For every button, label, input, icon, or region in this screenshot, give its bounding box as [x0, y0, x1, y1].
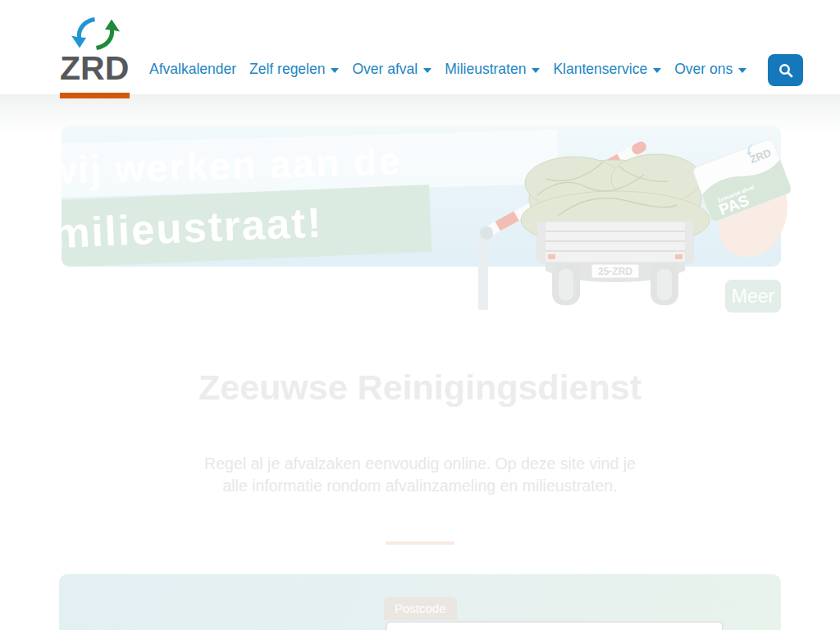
- search-icon: [778, 62, 794, 79]
- logo-wordmark: ZRD: [60, 49, 129, 88]
- chevron-down-icon: [653, 68, 661, 73]
- intro-text: Regel al je afvalzaken eenvoudig online.…: [195, 453, 645, 497]
- logo-accent-bar: [60, 93, 130, 98]
- nav-label: Milieustraten: [445, 61, 526, 78]
- chevron-down-icon: [423, 68, 431, 73]
- section-divider: [386, 541, 454, 545]
- postcode-input[interactable]: [386, 621, 724, 630]
- page-title: Zeeuwse Reinigingsdienst: [0, 368, 840, 408]
- site-header: ZRD Afvalkalender Zelf regelen Over afva…: [0, 0, 840, 94]
- nav-label: Over ons: [674, 61, 733, 78]
- hero-more-button[interactable]: Meer: [725, 280, 781, 313]
- truck-license-plate: 25-ZRD: [598, 266, 632, 277]
- chevron-down-icon: [532, 68, 540, 73]
- nav-item-milieustraten[interactable]: Milieustraten: [445, 61, 540, 78]
- hero-ribbon-2: milieustraat!: [62, 185, 432, 267]
- hero-banner: wij werken aan de milieustraat!: [62, 126, 781, 267]
- chevron-down-icon: [738, 68, 746, 73]
- nav-label: Afvalkalender: [149, 61, 236, 78]
- postcode-panel: Postcode: [59, 574, 781, 630]
- nav-item-zelf-regelen[interactable]: Zelf regelen: [249, 61, 339, 78]
- hero-headline-line1: wij werken aan de: [62, 137, 402, 194]
- main-nav: Afvalkalender Zelf regelen Over afval Mi…: [149, 61, 746, 78]
- nav-item-afvalkalender[interactable]: Afvalkalender: [149, 61, 236, 78]
- nav-item-over-ons[interactable]: Over ons: [674, 61, 746, 78]
- hero-headline-line2: milieustraat!: [62, 195, 324, 261]
- zrd-homepage: ZRD Afvalkalender Zelf regelen Over afva…: [0, 0, 840, 630]
- postcode-label: Postcode: [384, 597, 457, 620]
- nav-item-over-afval[interactable]: Over afval: [352, 61, 431, 78]
- nav-label: Over afval: [352, 61, 418, 78]
- recycle-arrows-icon: [70, 15, 122, 52]
- nav-label: Klantenservice: [553, 61, 647, 78]
- chevron-down-icon: [331, 68, 339, 73]
- search-button[interactable]: [768, 54, 803, 86]
- site-logo[interactable]: ZRD: [60, 15, 134, 98]
- nav-item-klantenservice[interactable]: Klantenservice: [553, 61, 661, 78]
- nav-label: Zelf regelen: [249, 61, 325, 78]
